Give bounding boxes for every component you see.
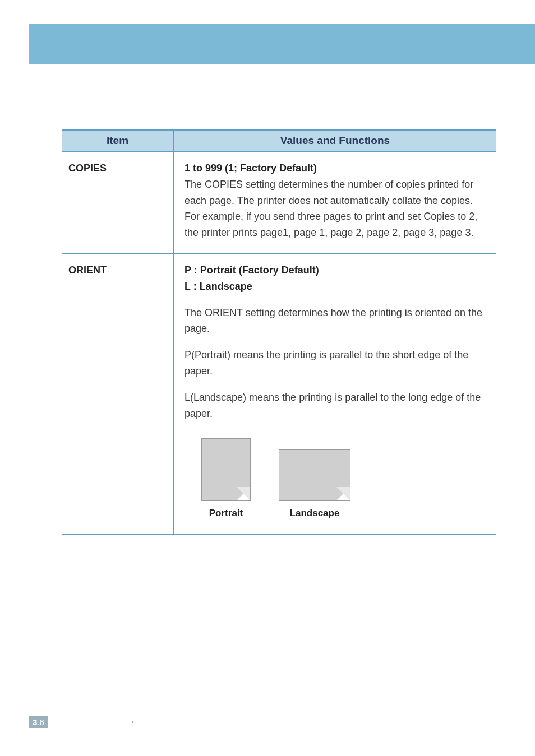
orient-desc-2: P(Portrait) means the printing is parall… [185, 347, 486, 379]
table-row: ORIENT P : Portrait (Factory Default) L … [62, 254, 496, 534]
orient-portrait-label: P : Portrait (Factory Default) [185, 262, 486, 279]
main-content: Item Values and Functions COPIES 1 to 99… [62, 129, 496, 535]
footer-rule [49, 722, 133, 722]
landscape-page-icon [279, 449, 350, 501]
landscape-caption: Landscape [290, 505, 340, 521]
portrait-illustration: Portrait [201, 438, 251, 521]
th-values: Values and Functions [174, 130, 496, 152]
settings-table: Item Values and Functions COPIES 1 to 99… [62, 129, 496, 535]
table-row: COPIES 1 to 999 (1; Factory Default) The… [62, 152, 496, 254]
orient-desc-3: L(Landscape) means the printing is paral… [185, 389, 486, 422]
page-number-badge: 3.6 [29, 716, 48, 728]
orient-desc-1: The ORIENT setting determines how the pr… [185, 305, 486, 337]
header-bar [29, 24, 535, 64]
page-number: .6 [37, 717, 44, 727]
row-values-copies: 1 to 999 (1; Factory Default) The COPIES… [174, 152, 496, 254]
orientation-illustrations: Portrait Landscape [201, 438, 486, 521]
portrait-caption: Portrait [209, 505, 243, 521]
dogear-icon [336, 487, 350, 500]
row-values-orient: P : Portrait (Factory Default) L : Lands… [174, 254, 496, 534]
th-item: Item [62, 130, 174, 152]
landscape-illustration: Landscape [279, 449, 350, 521]
copies-default-label: 1 to 999 (1; Factory Default) [185, 163, 317, 174]
page-footer: 3.6 [29, 716, 133, 728]
portrait-page-icon [201, 438, 251, 501]
row-item-orient: ORIENT [62, 254, 174, 534]
dogear-icon [237, 487, 250, 500]
orient-landscape-label: L : Landscape [185, 279, 486, 295]
copies-description: The COPIES setting determines the number… [185, 179, 477, 238]
row-item-copies: COPIES [62, 152, 174, 254]
